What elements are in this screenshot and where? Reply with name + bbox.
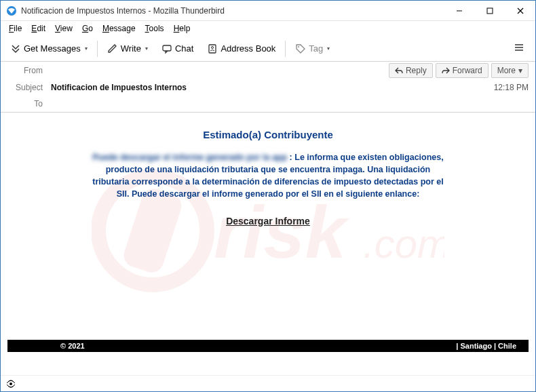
svg-rect-1 xyxy=(487,8,493,14)
chat-button[interactable]: Chat xyxy=(157,41,197,57)
greeting: Estimado(a) Contribuyente xyxy=(41,129,495,140)
pencil-icon xyxy=(107,43,118,54)
forward-icon xyxy=(442,66,450,75)
blurred-text: Puede descargar el informe generado por … xyxy=(92,153,287,162)
message-header: From Reply Forward More ▾ Subject Notifi… xyxy=(1,62,535,113)
to-label: To xyxy=(7,99,43,109)
reply-label: Reply xyxy=(406,66,427,75)
body-text: Puede descargar el informe generado por … xyxy=(92,151,444,201)
tag-button[interactable]: Tag ▾ xyxy=(291,41,334,57)
svg-point-10 xyxy=(9,383,12,385)
separator xyxy=(285,41,286,57)
more-label: More xyxy=(497,66,516,75)
email-content: Estimado(a) Contribuyente Puede descarga… xyxy=(1,113,535,227)
separator xyxy=(97,41,98,57)
thunderbird-icon xyxy=(6,5,17,16)
menu-file[interactable]: File xyxy=(5,22,26,35)
footer-copyright: © 2021 xyxy=(60,342,85,350)
menu-view[interactable]: View xyxy=(51,22,77,35)
download-report-link[interactable]: Descargar Informe xyxy=(226,216,310,227)
maximize-button[interactable] xyxy=(474,1,505,21)
menu-go[interactable]: Go xyxy=(78,22,97,35)
chevron-down-icon: ▾ xyxy=(145,45,148,52)
tag-icon xyxy=(295,43,306,54)
svg-text:.com: .com xyxy=(363,221,444,267)
address-book-label: Address Book xyxy=(221,43,275,54)
svg-point-5 xyxy=(298,46,299,47)
titlebar: Notificacion de Impuestos Internos - Moz… xyxy=(1,1,535,21)
menu-edit[interactable]: Edit xyxy=(27,22,50,35)
forward-button[interactable]: Forward xyxy=(436,63,489,78)
menu-tools[interactable]: Tools xyxy=(141,22,168,35)
close-button[interactable] xyxy=(505,1,535,21)
write-button[interactable]: Write ▾ xyxy=(103,41,152,57)
svg-point-4 xyxy=(212,46,214,48)
reply-button[interactable]: Reply xyxy=(389,63,433,78)
reply-icon xyxy=(395,66,403,75)
tag-label: Tag xyxy=(309,43,323,54)
download-icon xyxy=(10,43,21,54)
chat-label: Chat xyxy=(175,43,193,54)
menu-help[interactable]: Help xyxy=(170,22,195,35)
message-body: risk .com Estimado(a) Contribuyente Pued… xyxy=(1,113,535,391)
statusbar xyxy=(1,375,535,391)
menubar: File Edit View Go Message Tools Help xyxy=(1,21,535,36)
write-label: Write xyxy=(121,43,141,54)
chat-icon xyxy=(161,43,172,54)
from-label: From xyxy=(7,66,43,75)
menu-message[interactable]: Message xyxy=(98,22,140,35)
chevron-down-icon: ▾ xyxy=(85,45,88,52)
message-time: 12:18 PM xyxy=(494,83,529,92)
email-footer: © 2021 | Santiago | Chile xyxy=(7,340,529,352)
footer-location: | Santiago | Chile xyxy=(456,342,516,350)
chevron-down-icon: ▾ xyxy=(518,66,522,75)
app-menu-button[interactable] xyxy=(508,39,530,58)
svg-rect-2 xyxy=(163,45,171,51)
chevron-down-icon: ▾ xyxy=(327,45,330,52)
toolbar: Get Messages ▾ Write ▾ Chat Address Book… xyxy=(1,36,535,62)
get-messages-button[interactable]: Get Messages ▾ xyxy=(6,41,92,57)
online-status-icon[interactable] xyxy=(6,379,16,389)
address-book-icon xyxy=(207,43,218,54)
address-book-button[interactable]: Address Book xyxy=(203,41,280,57)
get-messages-label: Get Messages xyxy=(24,43,81,54)
more-button[interactable]: More ▾ xyxy=(491,63,529,78)
forward-label: Forward xyxy=(453,66,482,75)
window-title: Notificacion de Impuestos Internos - Moz… xyxy=(21,6,444,16)
subject-value: Notificacion de Impuestos Internos xyxy=(51,83,494,92)
minimize-button[interactable] xyxy=(444,1,474,21)
subject-label: Subject xyxy=(7,83,43,92)
hamburger-icon xyxy=(514,42,524,53)
